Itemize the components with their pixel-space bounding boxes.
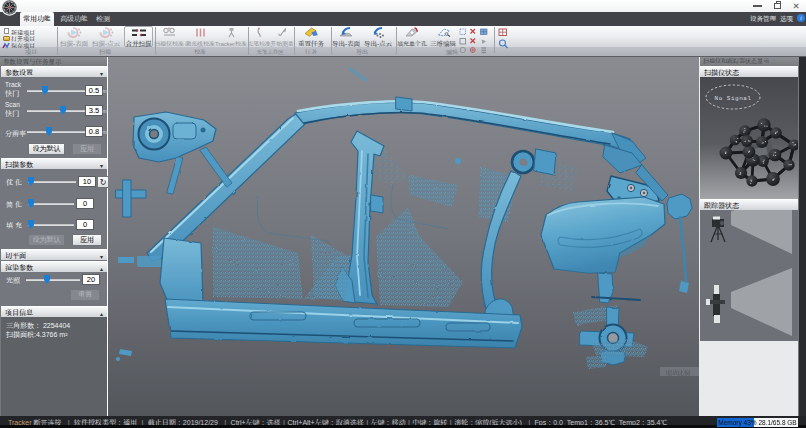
svg-text:No Signal: No Signal <box>715 95 752 102</box>
svg-text:缩放比例: 缩放比例 <box>666 369 690 377</box>
